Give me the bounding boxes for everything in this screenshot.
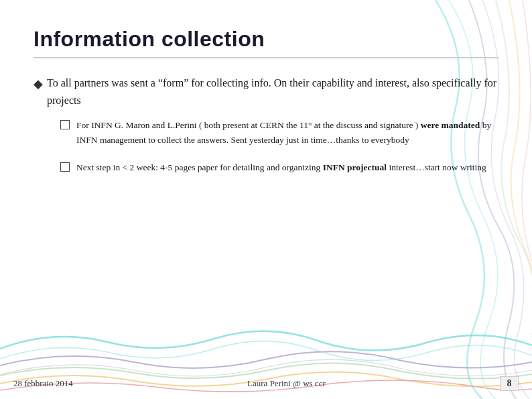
sub-bullet-1-text: For INFN G. Maron and L.Perini ( both pr… [76,118,498,148]
sub-bullet-2-icon [60,162,70,172]
footer: 28 febbraio 2014 Laura Perini @ ws ccr 8 [0,376,532,391]
sub-bullet-1-icon [60,120,70,129]
main-bullet-icon: ◆ [34,75,43,93]
main-content: Information collection ◆ To all partners… [34,27,498,175]
footer-page-number: 8 [500,376,519,391]
main-bullet-item: ◆ To all partners was sent a “form” for … [34,74,498,109]
title-divider [34,57,498,58]
sub-bullet-2: Next step in < 2 week: 4-5 pages paper f… [60,160,498,175]
main-bullet-text: To all partners was sent a “form” for co… [47,74,498,109]
sub-bullets-container: For INFN G. Maron and L.Perini ( both pr… [60,118,498,175]
sub-bullet-2-text: Next step in < 2 week: 4-5 pages paper f… [76,160,486,175]
sub-bullet-1: For INFN G. Maron and L.Perini ( both pr… [60,118,498,148]
slide: Information collection ◆ To all partners… [0,0,532,399]
footer-author: Laura Perini @ ws ccr [247,378,326,389]
footer-date: 28 febbraio 2014 [13,378,73,389]
slide-title: Information collection [34,27,498,52]
